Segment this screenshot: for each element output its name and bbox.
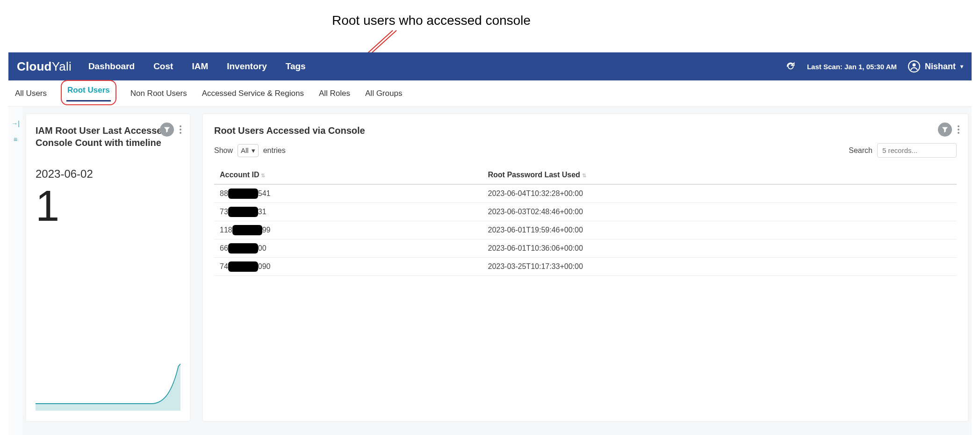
redacted-block xyxy=(232,225,262,235)
table-row[interactable]: 885412023-06-04T10:32:28+00:00 xyxy=(214,184,957,203)
cell-last-used: 2023-03-25T10:17:33+00:00 xyxy=(483,258,957,276)
redacted-block xyxy=(228,207,258,217)
search-input[interactable] xyxy=(877,143,957,158)
tab-non-root-users[interactable]: Non Root Users xyxy=(130,86,188,101)
tab-all-users[interactable]: All Users xyxy=(14,86,48,101)
table-row[interactable]: 73312023-06-03T02:48:46+00:00 xyxy=(214,203,957,221)
search-label: Search xyxy=(849,146,872,155)
redacted-block xyxy=(228,188,258,199)
brand-part2: Yali xyxy=(52,59,72,73)
left-rail: →| ≡ xyxy=(8,107,22,435)
show-label: Show xyxy=(214,146,233,155)
annotation-circle: Root Users xyxy=(61,80,116,105)
root-users-table: Account ID⇅ Root Password Last Used⇅ 885… xyxy=(214,166,957,276)
card-title: IAM Root User Last Accessed Console Coun… xyxy=(36,124,180,149)
table-row[interactable]: 118992023-06-01T19:59:46+00:00 xyxy=(214,221,957,239)
cell-last-used: 2023-06-04T10:32:28+00:00 xyxy=(483,184,957,203)
table-row[interactable]: 66002023-06-01T10:36:06+00:00 xyxy=(214,239,957,258)
filter-icon xyxy=(942,126,948,133)
tab-accessed-service-regions[interactable]: Accessed Service & Regions xyxy=(201,86,305,101)
show-entries-value: All xyxy=(241,146,249,154)
brand-logo[interactable]: CloudYali xyxy=(17,59,72,74)
card-more-button[interactable] xyxy=(178,123,183,136)
table-row[interactable]: 740902023-03-25T10:17:33+00:00 xyxy=(214,258,957,276)
avatar-icon xyxy=(908,60,920,72)
col-lastused-label: Root Password Last Used xyxy=(488,171,580,179)
nav-tags[interactable]: Tags xyxy=(286,61,306,72)
cell-account-id: 88541 xyxy=(214,184,483,203)
col-account-id[interactable]: Account ID⇅ xyxy=(214,166,483,184)
user-menu[interactable]: Nishant ▾ xyxy=(908,60,963,72)
tab-all-groups[interactable]: All Groups xyxy=(364,86,403,101)
tab-all-roles[interactable]: All Roles xyxy=(318,86,351,101)
card-root-users-console: Root Users Accessed via Console Show All… xyxy=(203,114,968,421)
card-root-user-timeline: IAM Root User Last Accessed Console Coun… xyxy=(26,114,190,421)
kpi-date: 2023-06-02 xyxy=(36,167,180,181)
user-name: Nishant xyxy=(925,62,956,72)
nav-iam[interactable]: IAM xyxy=(192,61,208,72)
chevron-down-icon: ▾ xyxy=(252,146,255,155)
col-account-id-label: Account ID xyxy=(220,171,259,179)
brand-part1: Cloud xyxy=(17,59,52,73)
sort-icon: ⇅ xyxy=(582,173,586,178)
annotation-top: Root users who accessed console xyxy=(332,13,531,28)
cell-account-id: 74090 xyxy=(214,258,483,276)
filter-icon xyxy=(164,126,170,133)
card-filter-button[interactable] xyxy=(938,123,952,137)
rail-filter-icon[interactable]: ≡ xyxy=(14,136,17,143)
card-title: Root Users Accessed via Console xyxy=(214,124,957,137)
kpi-value: 1 xyxy=(36,184,180,227)
sub-tabs: All Users Root Users Non Root Users Acce… xyxy=(8,80,972,107)
card-filter-button[interactable] xyxy=(160,123,174,137)
cell-last-used: 2023-06-01T10:36:06+00:00 xyxy=(483,239,957,258)
page-body: →| ≡ IAM Root User Last Accessed Console… xyxy=(8,107,972,435)
entries-label: entries xyxy=(263,146,286,155)
col-root-password-last-used[interactable]: Root Password Last Used⇅ xyxy=(483,166,957,184)
cell-account-id: 7331 xyxy=(214,203,483,221)
show-entries-select[interactable]: All ▾ xyxy=(238,144,259,157)
sort-icon: ⇅ xyxy=(261,173,265,178)
cell-last-used: 2023-06-01T19:59:46+00:00 xyxy=(483,221,957,239)
cell-account-id: 11899 xyxy=(214,221,483,239)
top-nav: CloudYali Dashboard Cost IAM Inventory T… xyxy=(8,52,972,80)
rail-collapse-icon[interactable]: →| xyxy=(11,120,20,127)
cell-last-used: 2023-06-03T02:48:46+00:00 xyxy=(483,203,957,221)
sparkline-chart xyxy=(36,359,180,411)
svg-point-1 xyxy=(913,63,916,66)
last-scan-label: Last Scan: Jan 1, 05:30 AM xyxy=(807,63,897,71)
redacted-block xyxy=(228,261,258,272)
nav-inventory[interactable]: Inventory xyxy=(227,61,267,72)
refresh-icon[interactable] xyxy=(785,61,796,72)
tab-root-users[interactable]: Root Users xyxy=(66,83,111,98)
card-more-button[interactable] xyxy=(956,123,961,136)
caret-down-icon: ▾ xyxy=(960,63,963,70)
nav-cost[interactable]: Cost xyxy=(153,61,173,72)
nav-dashboard[interactable]: Dashboard xyxy=(88,61,135,72)
cell-account-id: 6600 xyxy=(214,239,483,258)
redacted-block xyxy=(228,243,258,254)
